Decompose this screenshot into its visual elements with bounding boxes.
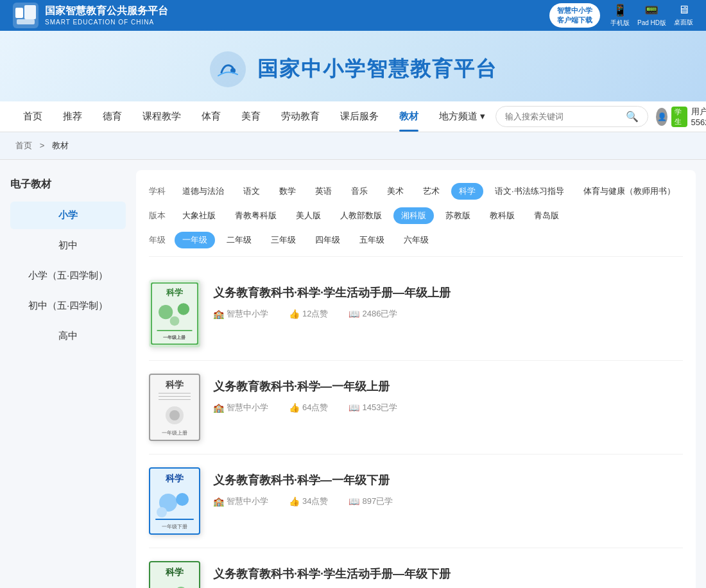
- svg-point-27: [176, 493, 189, 506]
- nav-textbook[interactable]: 教材: [389, 101, 429, 132]
- svg-text:科学: 科学: [165, 473, 184, 483]
- book-likes-2: 👍 64点赞: [289, 402, 328, 413]
- book-item[interactable]: 科学 一年级上册 义务教育教科书·科学·学生活动手册—年级上册 🏫: [149, 267, 683, 361]
- pad-link[interactable]: 📟 Pad HD版: [637, 3, 666, 28]
- tag-grade3[interactable]: 三年级: [263, 232, 304, 248]
- sidebar-item-high[interactable]: 高中: [10, 322, 126, 350]
- sidebar-item-middle-54[interactable]: 初中（五·四学制）: [10, 292, 126, 320]
- svg-text:科学: 科学: [165, 567, 184, 577]
- username: 用户5562: [691, 106, 706, 127]
- svg-point-28: [157, 507, 167, 517]
- breadcrumb-home[interactable]: 首页: [15, 141, 32, 150]
- tag-moral[interactable]: 道德与法治: [175, 183, 232, 200]
- nav-courses[interactable]: 课程教学: [132, 101, 191, 132]
- tag-art[interactable]: 艺术: [415, 183, 447, 200]
- tag-fine-art[interactable]: 美术: [379, 183, 411, 200]
- book-cover-3: 科学 一年级下册: [149, 467, 200, 535]
- hero-title: 国家中小学智慧教育平台: [257, 55, 497, 83]
- tag-grade6[interactable]: 六年级: [396, 232, 436, 248]
- svg-point-21: [169, 410, 180, 420]
- search-icon[interactable]: 🔍: [626, 110, 639, 123]
- source-icon-1: 🏫: [213, 309, 224, 319]
- svg-rect-18: [159, 396, 191, 397]
- tag-grade1[interactable]: 一年级: [175, 232, 215, 248]
- user-area: 👤 学生 用户5562: [656, 106, 706, 127]
- nav-art[interactable]: 美育: [231, 101, 271, 132]
- book-meta-1: 🏫 智慧中小学 👍 12点赞 📖 2486已学: [213, 308, 683, 320]
- hero-section: 国家中小学智慧教育平台: [0, 31, 706, 101]
- download-button[interactable]: 智慧中小学 客户端下载: [549, 3, 600, 28]
- book-source-2: 🏫 智慧中小学: [213, 402, 268, 413]
- tag-music[interactable]: 音乐: [343, 183, 375, 200]
- tag-xiangke[interactable]: 湘科版: [393, 207, 434, 224]
- source-icon-3: 🏫: [213, 496, 224, 506]
- svg-rect-29: [155, 519, 194, 520]
- tag-sujiao[interactable]: 苏教版: [438, 207, 478, 224]
- nav-moral[interactable]: 德育: [92, 101, 132, 132]
- nav-home[interactable]: 首页: [13, 101, 53, 132]
- sidebar-item-middle[interactable]: 初中: [10, 232, 126, 259]
- book-item[interactable]: 科学 一年级上册 义务教育教科书·科学—一年级上册 🏫 智慧中: [149, 361, 683, 454]
- book-title-3[interactable]: 义务教育教科书·科学—一年级下册: [213, 472, 683, 488]
- tag-math[interactable]: 数学: [271, 183, 304, 200]
- nav-afterschool[interactable]: 课后服务: [330, 101, 389, 132]
- nav-recommend[interactable]: 推荐: [53, 101, 92, 132]
- svg-rect-3: [17, 19, 35, 24]
- svg-point-10: [178, 303, 189, 315]
- top-bar: 国家智慧教育公共服务平台 SMART EDUCATION OF CHINA 智慧…: [0, 0, 706, 31]
- grade-filter-tags: 一年级 二年级 三年级 四年级 五年级 六年级: [175, 232, 436, 248]
- tag-grade4[interactable]: 四年级: [307, 232, 348, 248]
- nav-local[interactable]: 地方频道 ▾: [429, 101, 495, 132]
- tag-renjiaobu[interactable]: 人教部数版: [332, 207, 390, 224]
- like-icon-1: 👍: [289, 309, 300, 319]
- book-info-1: 义务教育教科书·科学·学生活动手册—年级上册 🏫 智慧中小学 👍 12点赞 📖: [213, 280, 683, 320]
- sidebar: 电子教材 小学 初中 小学（五·四学制） 初中（五·四学制） 高中: [10, 170, 126, 588]
- book-info-4: 义务教育教科书·科学·学生活动手册—年级下册 🏫 智慧中小学 👍 2点赞 📖: [213, 561, 683, 588]
- desktop-link[interactable]: 🖥 桌面版: [674, 3, 693, 28]
- tag-science[interactable]: 科学: [451, 183, 483, 200]
- top-bar-left: 国家智慧教育公共服务平台 SMART EDUCATION OF CHINA: [13, 3, 168, 28]
- learner-icon-2: 📖: [349, 402, 359, 413]
- search-input[interactable]: [505, 112, 621, 121]
- book-item[interactable]: 科学 一年级下册 义务教育教科书·科学—一年级下册 🏫 智慧中小学: [149, 454, 683, 548]
- tag-qingjiao[interactable]: 青教粤科版: [227, 207, 284, 224]
- tag-grade2[interactable]: 二年级: [219, 232, 259, 248]
- mobile-link[interactable]: 📱 手机版: [610, 3, 630, 28]
- book-source-3: 🏫 智慧中小学: [213, 496, 268, 507]
- search-box[interactable]: 🔍: [495, 106, 648, 127]
- breadcrumb-separator: >: [40, 141, 45, 150]
- svg-point-4: [210, 51, 246, 87]
- tag-jiaoke[interactable]: 教科版: [482, 207, 522, 224]
- like-icon-2: 👍: [289, 402, 300, 413]
- edition-filter-row: 版本 大象社版 青教粤科版 美人版 人教部数版 湘科版 苏教版 教科版 青岛版: [149, 207, 683, 224]
- site-title: 国家智慧教育公共服务平台 SMART EDUCATION OF CHINA: [45, 4, 168, 26]
- tag-daxiang[interactable]: 大象社版: [175, 207, 223, 224]
- learner-icon-3: 📖: [349, 496, 359, 506]
- subject-filter-label: 学科: [149, 186, 169, 197]
- book-list: 科学 一年级上册 义务教育教科书·科学·学生活动手册—年级上册 🏫: [149, 267, 683, 588]
- book-item[interactable]: 科学 一年级下册 义务教育教科书·科学·学生活动手册—年级下册 🏫 智慧中小学: [149, 548, 683, 588]
- sidebar-item-primary[interactable]: 小学: [10, 202, 126, 229]
- tag-grade5[interactable]: 五年级: [352, 232, 392, 248]
- sidebar-item-primary-54[interactable]: 小学（五·四学制）: [10, 262, 126, 290]
- book-title-2[interactable]: 义务教育教科书·科学—一年级上册: [213, 379, 683, 394]
- tag-calligraphy[interactable]: 语文·书法练习指导: [487, 183, 572, 200]
- grade-filter-label: 年级: [149, 234, 169, 246]
- svg-point-11: [170, 316, 180, 326]
- tag-qingdao[interactable]: 青岛版: [526, 207, 567, 224]
- breadcrumb: 首页 > 教材: [0, 132, 706, 160]
- book-title-1[interactable]: 义务教育教科书·科学·学生活动手册—年级上册: [213, 285, 683, 300]
- nav-pe[interactable]: 体育: [191, 101, 231, 132]
- svg-rect-2: [24, 5, 36, 19]
- nav-labor[interactable]: 劳动教育: [271, 101, 330, 132]
- book-title-4[interactable]: 义务教育教科书·科学·学生活动手册—年级下册: [213, 566, 683, 582]
- tag-meiren[interactable]: 美人版: [288, 207, 329, 224]
- book-meta-2: 🏫 智慧中小学 👍 64点赞 📖 1453已学: [213, 402, 683, 413]
- tag-english[interactable]: 英语: [307, 183, 340, 200]
- mobile-icon: 📱: [613, 3, 627, 17]
- tag-pe[interactable]: 体育与健康（教师用书）: [576, 183, 683, 200]
- svg-rect-12: [157, 330, 192, 331]
- svg-text:一年级上册: 一年级上册: [164, 334, 187, 340]
- tag-chinese[interactable]: 语文: [236, 183, 268, 200]
- book-info-2: 义务教育教科书·科学—一年级上册 🏫 智慧中小学 👍 64点赞 📖 145: [213, 374, 683, 413]
